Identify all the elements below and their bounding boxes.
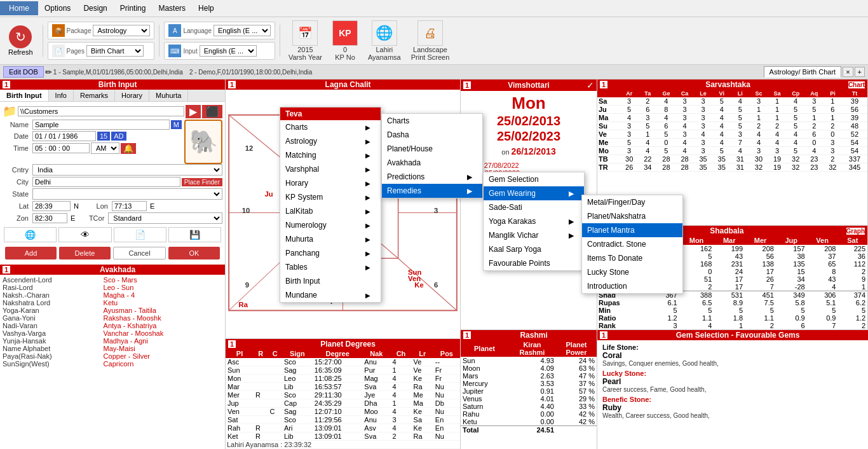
tab-remarks[interactable]: Remarks [74, 90, 115, 101]
menu-item-muhurta[interactable]: Muhurta ▶ [280, 232, 381, 246]
menu-item-tables[interactable]: Tables ▶ [280, 260, 381, 274]
submenu-charts[interactable]: Charts [382, 114, 482, 128]
menu-printing[interactable]: Printing [114, 1, 153, 15]
menu-item-mundane[interactable]: Mundane ▶ [280, 288, 381, 302]
menu-masters[interactable]: Masters [152, 1, 192, 15]
submenu-introduction[interactable]: Introduction [582, 279, 682, 293]
menu-item-panchang[interactable]: Panchang ▶ [280, 246, 381, 260]
submenu-planet-mantra[interactable]: Planet Mantra [582, 223, 682, 237]
name-m-button[interactable]: M [171, 120, 182, 129]
tcor-select[interactable]: Standard [108, 212, 222, 224]
place-finder-button[interactable]: Place Finder [182, 178, 222, 186]
tab-birth-input[interactable]: Birth Input [0, 90, 49, 101]
language-select[interactable]: English (E ... [214, 25, 271, 36]
tab-info[interactable]: Info [49, 90, 74, 101]
doc-btn[interactable]: 📄 [114, 227, 166, 242]
gem-wearing-submenu[interactable]: Metal/Finger/Day Planet/Nakshatra Planet… [581, 195, 683, 294]
input-select[interactable]: English (E ... [200, 45, 257, 57]
remedies-submenu[interactable]: Gem Selection Gem Wearing ▶ Sade-Sati Yo… [483, 172, 585, 271]
submenu-manglik-vichar[interactable]: Manglik Vichar ▶ [484, 228, 584, 242]
date-input[interactable] [32, 131, 96, 141]
zon-input[interactable] [32, 213, 67, 223]
life-stone-name: Coral [602, 351, 863, 360]
cancel-button[interactable]: Cancel [113, 247, 166, 259]
state-select[interactable] [32, 188, 222, 200]
submenu-lucky-stone[interactable]: Lucky Stone [582, 265, 682, 279]
edit-dob-button[interactable]: Edit DOB [3, 66, 44, 78]
lon-input[interactable] [112, 201, 147, 211]
time-icon-button[interactable]: 🔔 [121, 143, 136, 154]
submenu-yoga-karakas[interactable]: Yoga Karakas ▶ [484, 214, 584, 228]
age-button[interactable]: 15 [97, 132, 110, 141]
varsh-year-button[interactable]: 📅 2015 Varsh Year [285, 19, 326, 62]
time-input[interactable] [32, 143, 90, 153]
ok-button[interactable]: OK [168, 247, 220, 259]
refresh-button[interactable]: ↻ Refresh [3, 24, 38, 57]
submenu-kaal-sarp-yoga[interactable]: Kaal Sarp Yoga [484, 242, 584, 256]
submenu-sade-sati[interactable]: Sade-Sati [484, 200, 584, 214]
ad-button[interactable]: AD [111, 132, 126, 141]
table-row: Paya(Rasi-Nak)Copper - Silver [1, 352, 224, 360]
am-pm-select[interactable]: AMPM [91, 142, 119, 154]
submenu-remedies[interactable]: Remedies ▶ [382, 184, 482, 198]
submenu-gem-selection[interactable]: Gem Selection [484, 172, 584, 186]
submenu-dasha[interactable]: Dasha [382, 128, 482, 142]
active-tab[interactable]: Astrology/ Birth Chart [764, 66, 842, 78]
add-tab-button[interactable]: + [855, 67, 865, 77]
city-input[interactable] [32, 177, 180, 187]
shad-graph-button[interactable]: Graph [846, 228, 865, 235]
submenu-predictions[interactable]: Predictions ▶ [382, 170, 482, 184]
pages-label: Pages [67, 48, 85, 55]
close-tab-button[interactable]: × [843, 67, 853, 77]
tab-horary[interactable]: Horary [115, 90, 149, 101]
country-select[interactable]: India [32, 164, 222, 176]
kp-no-button[interactable]: KP 0 KP No [329, 19, 362, 62]
pages-select[interactable]: Birth Chart [86, 45, 144, 57]
ava-label: Gana-Yoni [1, 314, 102, 322]
delete-button[interactable]: Delete [59, 247, 111, 259]
submenu-favourable-points[interactable]: Favourable Points [484, 256, 584, 270]
menu-item-numerology[interactable]: Numerology ▶ [280, 218, 381, 232]
menu-item-teva-header[interactable]: Teva [280, 107, 381, 120]
pd-r [254, 358, 268, 366]
menu-item-charts[interactable]: Charts ▶ [280, 120, 381, 134]
package-select[interactable]: Astrology [93, 25, 150, 36]
pencil-icon[interactable]: ✏ [45, 67, 52, 77]
globe-icon: 🌐 [372, 20, 397, 46]
submenu-planet-nakshatra[interactable]: Planet/Nakshatra [582, 209, 682, 223]
menu-item-lalkitab[interactable]: LalKitab ▶ [280, 204, 381, 218]
save-btn[interactable]: 💾 [168, 227, 221, 242]
folder-path-input[interactable] [18, 106, 184, 116]
rashmi-num: 1 [463, 331, 471, 339]
menu-help[interactable]: Help [192, 1, 220, 15]
menu-options[interactable]: Options [38, 1, 77, 15]
submenu-contradict-stone[interactable]: Contradict. Stone [582, 237, 682, 251]
globe-btn[interactable]: 🌐 [4, 227, 57, 242]
folder-browse-button[interactable]: ▶ [186, 105, 201, 118]
tab-muhurta[interactable]: Muhurta [149, 90, 188, 101]
print-screen-button[interactable]: 🖨 Landscape Print Screen [407, 19, 454, 62]
menu-item-birth-input[interactable]: Birth Input [280, 274, 381, 288]
menu-item-kp-system[interactable]: KP System ▶ [280, 190, 381, 204]
eye-btn[interactable]: 👁 [58, 227, 111, 242]
submenu-metal-finger-day[interactable]: Metal/Finger/Day [582, 195, 682, 209]
menu-item-matching[interactable]: Matching ▶ [280, 148, 381, 162]
menu-item-varshphal[interactable]: Varshphal ▶ [280, 162, 381, 176]
folder-nav-button[interactable]: ⬛ [202, 105, 222, 118]
menu-item-horary[interactable]: Horary ▶ [280, 176, 381, 190]
submenu-items-to-donate[interactable]: Items To Donate [582, 251, 682, 265]
name-input[interactable] [32, 120, 170, 130]
ayanamsa-button[interactable]: 🌐 Lahiri Ayanamsa [364, 19, 405, 62]
lat-input[interactable] [32, 201, 71, 211]
menu-design[interactable]: Design [77, 1, 113, 15]
add-button[interactable]: Add [5, 247, 57, 259]
charts-submenu[interactable]: Charts Dasha Planet/House Avakhada Predi… [381, 113, 483, 198]
sarv-chart-button[interactable]: Chart [848, 81, 865, 88]
menu-item-astrology[interactable]: Astrology ▶ [280, 134, 381, 148]
folder-icon[interactable]: 📁 [3, 104, 17, 118]
submenu-avakhada[interactable]: Avakhada [382, 156, 482, 170]
submenu-gem-wearing[interactable]: Gem Wearing ▶ [484, 186, 584, 200]
menu-home[interactable]: Home [0, 1, 38, 15]
submenu-planet-house[interactable]: Planet/House [382, 142, 482, 156]
teva-menu[interactable]: Teva Charts ▶ Astrology ▶ Matching ▶ Var… [280, 107, 381, 303]
